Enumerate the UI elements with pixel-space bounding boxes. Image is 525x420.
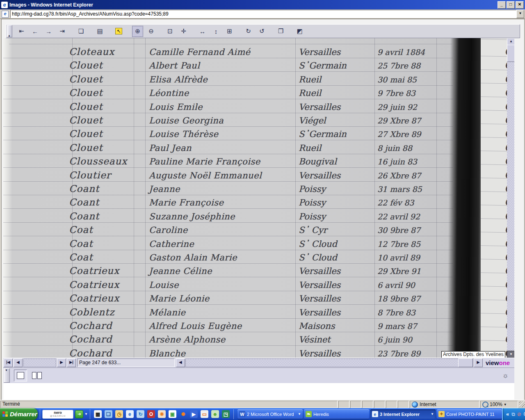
address-dropdown-icon[interactable]: ▼	[516, 10, 524, 18]
search-go-button[interactable]: ➜	[75, 410, 83, 418]
task-internet-explorer-dropdown-icon[interactable]: ▼	[431, 412, 434, 416]
start-button[interactable]: Démarrer	[0, 408, 38, 420]
first-page-icon[interactable]: ⇤	[16, 26, 27, 37]
firefox-icon[interactable]: ❋	[158, 410, 166, 418]
mail-icon[interactable]: ❏	[105, 410, 112, 418]
register-row: CoatrieuxLouiseVersailles6 avril 90	[3, 277, 453, 291]
sync-icon[interactable]: ↻	[137, 410, 144, 418]
single-page-icon	[17, 372, 24, 379]
invert-icon[interactable]: ◩	[294, 26, 305, 37]
register-cell-giv: Suzanne Joséphine	[149, 212, 235, 221]
register-cell-pla: Viégel	[299, 116, 326, 126]
task-heredis-button[interactable]: ❧Heredis	[304, 409, 369, 419]
next-page-button[interactable]: ▶	[57, 358, 66, 367]
task-corel-label: Corel PHOTO-PAINT 11	[446, 412, 495, 417]
zoom-area-icon[interactable]: ⊡	[164, 26, 176, 37]
address-input[interactable]	[10, 10, 516, 18]
rotate-right-icon[interactable]: ↻	[243, 26, 254, 37]
prev-page-icon: ←	[32, 28, 38, 35]
register-cell-giv: Auguste Noël Emmanuel	[149, 171, 262, 180]
spark-icon[interactable]: ✺	[179, 410, 187, 418]
scroll-right-button[interactable]: ▶	[474, 358, 483, 367]
fit-height-icon[interactable]: ↕	[210, 26, 221, 37]
zoom-pane[interactable]: 100% ▼	[480, 401, 518, 408]
opera-icon[interactable]: O	[147, 410, 155, 418]
register-cell-sur: Clouet	[69, 60, 103, 71]
pan-icon: ✛	[181, 27, 186, 35]
last-page-icon[interactable]: ⇥	[57, 26, 68, 37]
last-page-button[interactable]: ▶|	[67, 358, 76, 367]
facing-pages-view-button[interactable]	[30, 370, 43, 381]
register-cell-dat: 9 7bre 83	[377, 89, 415, 98]
register-row: CochardAlfred Louis EugèneMaisons9 mars …	[3, 318, 453, 332]
export-page-icon[interactable]: ❐	[275, 26, 286, 37]
resize-grip[interactable]	[519, 402, 525, 407]
print-icon: ▤	[97, 27, 103, 35]
app-window-icon[interactable]: ◳	[222, 410, 230, 418]
print-icon[interactable]: ▤	[94, 26, 105, 37]
task-word-dropdown-icon[interactable]: ▼	[298, 412, 301, 416]
internet-explorer-icon[interactable]: e	[126, 410, 134, 418]
scanned-register-image[interactable]: CloteauxCamille Fernand AiméVersailles9 …	[3, 38, 514, 358]
horizontal-scroll-thumb[interactable]	[458, 358, 473, 367]
fit-width-icon[interactable]: ↔	[197, 26, 208, 37]
close-button[interactable]: ✕	[516, 1, 524, 9]
horizontal-scrollbar[interactable]	[185, 358, 473, 367]
media-player-icon[interactable]: ▶	[190, 410, 198, 418]
zoom-dropdown-icon[interactable]: ▼	[504, 402, 507, 408]
invert-icon: ◩	[297, 27, 302, 35]
clock-icon[interactable]: ◷	[115, 410, 123, 418]
minimize-button[interactable]: _	[498, 1, 506, 9]
vertical-scroll-thumb[interactable]	[507, 45, 514, 62]
nero-search-box[interactable]: nero @SEARCH	[42, 410, 73, 419]
maximize-button[interactable]: □	[507, 1, 515, 9]
zoom-in-icon[interactable]: ⊕	[132, 26, 143, 37]
register-cell-sur: Cloutier	[69, 170, 111, 180]
network-tray-icon[interactable]: ⧉	[511, 412, 515, 417]
quick-launch-area: ▦❏◷e↻O❋▣✺▶▭☻◳	[94, 410, 230, 418]
taskbar-separator	[90, 409, 90, 419]
vertical-scrollbar[interactable]: ▲	[507, 38, 514, 358]
scroll-left-button[interactable]: ◀	[176, 358, 185, 367]
page-slider[interactable]	[23, 358, 56, 367]
next-page-icon[interactable]: →	[43, 26, 54, 37]
register-cell-sur: Cloteaux	[69, 46, 114, 57]
rotate-left-icon[interactable]: ↺	[256, 26, 267, 37]
register-cell-sur: Coatrieux	[69, 293, 119, 304]
pan-icon[interactable]: ✛	[178, 26, 189, 37]
toolbar-handle[interactable]: ▲	[7, 25, 12, 37]
previous-page-button[interactable]: ◀	[14, 358, 23, 367]
zoom-out-icon[interactable]: ⊖	[146, 26, 157, 37]
register-cell-giv: Louis Emile	[149, 102, 203, 112]
prev-page-icon[interactable]: ←	[30, 26, 41, 37]
photo-viewer-icon[interactable]: ▣	[169, 410, 176, 418]
brightness-icon[interactable]: ☼	[502, 372, 509, 380]
register-cell-pla: Versailles	[299, 280, 340, 290]
fit-page-icon[interactable]: ⊞	[224, 26, 235, 37]
zoom-area-icon: ⊡	[167, 27, 173, 35]
archives-dropdown-icon[interactable]: ▼	[507, 351, 514, 358]
single-page-view-button[interactable]	[14, 370, 27, 381]
first-page-button[interactable]: |◀	[4, 358, 13, 367]
select-annotate-icon[interactable]: ↖	[113, 26, 124, 37]
register-cell-dat: 29 Xbre 91	[377, 267, 421, 276]
task-word-button[interactable]: W2 Microsoft Office Word▼	[237, 409, 303, 419]
search-dropdown-icon[interactable]: ▼	[84, 412, 88, 416]
internet-zone-icon	[412, 402, 418, 408]
register-row: CoatCarolineS᾽ Cyr30 9bre 87	[3, 222, 453, 236]
tray-chevron-icon[interactable]: «	[506, 411, 509, 417]
screenshot-icon[interactable]: ▭	[201, 410, 208, 418]
layoutbar-handle[interactable]: ▼	[4, 368, 10, 383]
export-page-icon: ❐	[278, 27, 283, 35]
register-cell-dat: 9 avril 1884	[377, 48, 425, 57]
page-copy-icon[interactable]: ❏	[75, 26, 87, 37]
messenger-icon[interactable]: ☻	[211, 410, 219, 418]
show-desktop-icon[interactable]: ▦	[94, 410, 102, 418]
register-row: ClouetLouise ThérèseS᾽Germain27 Xbre 89	[3, 126, 453, 140]
register-row: CloutierAuguste Noël EmmanuelVersailles2…	[3, 167, 453, 182]
register-row: ClouetElisa AlfrèdeRueil30 mai 85	[3, 71, 453, 86]
task-internet-explorer-button[interactable]: e3 Internet Explorer▼	[370, 409, 436, 419]
security-tray-icon[interactable]: ⊘	[517, 412, 521, 417]
register-cell-dat: 31 mars 85	[377, 185, 422, 194]
task-corel-button[interactable]: ✦Corel PHOTO-PAINT 11	[437, 409, 502, 419]
